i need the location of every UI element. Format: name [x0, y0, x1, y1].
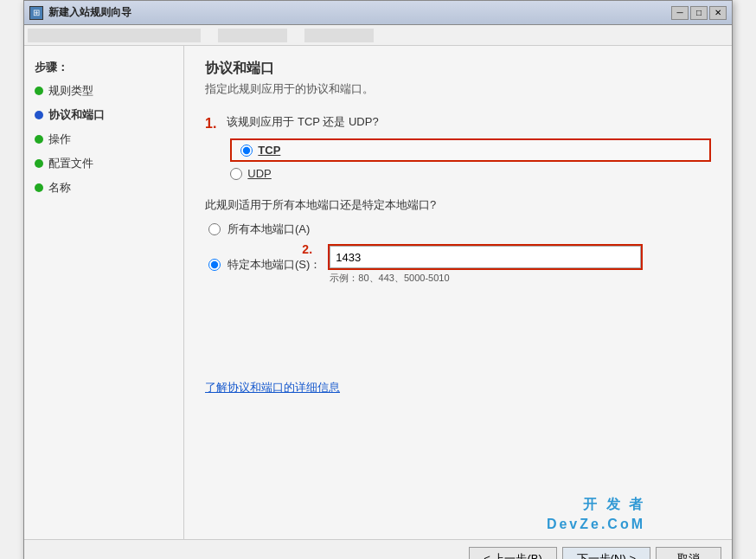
name-label: 名称: [48, 180, 71, 196]
title-bar: ⊞ 新建入站规则向导 ─ □ ✕: [24, 1, 732, 25]
minimize-button[interactable]: ─: [671, 6, 689, 20]
close-button[interactable]: ✕: [709, 6, 727, 20]
sidebar: 步骤： 规则类型 协议和端口 操作 配置文件: [24, 46, 184, 539]
profile-dot: [35, 159, 43, 168]
tcp-radio[interactable]: [240, 145, 253, 157]
learn-more-area: 了解协议和端口的详细信息: [205, 354, 711, 395]
sidebar-item-action[interactable]: 操作: [24, 127, 183, 151]
toolbar: [24, 25, 732, 46]
next-button[interactable]: 下一步(N) >: [562, 547, 650, 560]
port-input-box: [328, 244, 643, 270]
back-button[interactable]: < 上一步(B): [469, 547, 557, 560]
sidebar-item-protocol-port[interactable]: 协议和端口: [24, 103, 183, 127]
action-label: 操作: [48, 132, 71, 147]
panel-subtitle: 指定此规则应用于的协议和端口。: [205, 81, 711, 97]
sidebar-item-profile[interactable]: 配置文件: [24, 151, 183, 176]
specific-ports-radio[interactable]: [208, 259, 221, 271]
footer: 开 发 者DevZe.CoM < 上一步(B) 下一步(N) > 取消: [24, 539, 732, 559]
window-controls: ─ □ ✕: [671, 6, 727, 20]
port-question: 此规则适用于所有本地端口还是特定本地端口?: [205, 197, 711, 213]
tcp-option-highlight: TCP: [230, 138, 711, 162]
step2-section: 此规则适用于所有本地端口还是特定本地端口? 所有本地端口(A) 特定本地端口(S…: [205, 197, 711, 285]
action-dot: [35, 135, 43, 144]
watermark: 开 发 者DevZe.CoM: [547, 495, 645, 534]
step1-question: 该规则应用于 TCP 还是 UDP?: [227, 114, 711, 130]
main-panel: 协议和端口 指定此规则应用于的协议和端口。 1. 该规则应用于 TCP 还是 U…: [184, 46, 732, 539]
tcp-label[interactable]: TCP: [258, 144, 280, 157]
port-radio-group: 所有本地端口(A) 特定本地端口(S)： 2. 示例：80、443、5000-5…: [208, 222, 711, 285]
sidebar-item-name[interactable]: 名称: [24, 176, 183, 200]
main-window: ⊞ 新建入站规则向导 ─ □ ✕ 步骤： 规则类型: [23, 0, 733, 559]
learn-more-link[interactable]: 了解协议和端口的详细信息: [205, 380, 340, 395]
port-input-field[interactable]: [330, 246, 641, 268]
specific-ports-option: 特定本地端口(S)： 2. 示例：80、443、5000-5010: [208, 244, 711, 285]
protocol-radio-group: TCP UDP: [230, 138, 711, 180]
step1-number: 1.: [205, 114, 216, 180]
specific-ports-label[interactable]: 特定本地端口(S)：: [227, 257, 321, 273]
profile-label: 配置文件: [48, 156, 93, 171]
step2-num-area: 2. 示例：80、443、5000-5010: [328, 244, 643, 285]
rule-type-label: 规则类型: [48, 83, 93, 99]
window-title: 新建入站规则向导: [48, 5, 666, 20]
protocol-port-dot: [35, 111, 43, 119]
step1-content: 该规则应用于 TCP 还是 UDP? TCP UDP: [227, 114, 711, 180]
udp-option: UDP: [230, 167, 711, 180]
sidebar-header: 步骤：: [24, 55, 183, 79]
content-area: 步骤： 规则类型 协议和端口 操作 配置文件: [24, 46, 732, 539]
rule-type-dot: [35, 87, 43, 95]
window-icon: ⊞: [29, 6, 43, 20]
maximize-button[interactable]: □: [690, 6, 708, 20]
all-ports-option: 所有本地端口(A): [208, 222, 711, 237]
panel-title: 协议和端口: [205, 60, 711, 78]
port-hint: 示例：80、443、5000-5010: [328, 272, 643, 285]
protocol-port-label: 协议和端口: [48, 107, 105, 123]
udp-label[interactable]: UDP: [247, 167, 271, 180]
sidebar-item-rule-type[interactable]: 规则类型: [24, 79, 183, 103]
name-dot: [35, 183, 43, 192]
step1-section: 1. 该规则应用于 TCP 还是 UDP? TCP UDP: [205, 114, 711, 180]
all-ports-label[interactable]: 所有本地端口(A): [227, 222, 310, 237]
cancel-button[interactable]: 取消: [656, 547, 721, 560]
all-ports-radio[interactable]: [208, 223, 221, 235]
step2-number: 2.: [302, 242, 312, 256]
udp-radio[interactable]: [230, 168, 242, 180]
